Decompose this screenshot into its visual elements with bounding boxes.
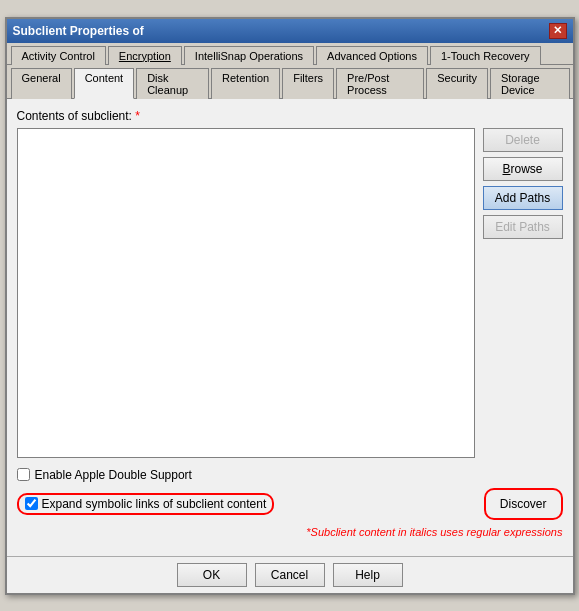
tab-filters[interactable]: Filters — [282, 68, 334, 99]
apple-double-checkbox[interactable] — [17, 468, 30, 481]
tab-retention[interactable]: Retention — [211, 68, 280, 99]
tab-intellisnap[interactable]: IntelliSnap Operations — [184, 46, 314, 65]
symbolic-links-checkbox[interactable] — [25, 497, 38, 510]
add-paths-button[interactable]: Add Paths — [483, 186, 563, 210]
button-panel: Delete Browse Add Paths Edit Paths — [483, 128, 563, 458]
edit-paths-button[interactable]: Edit Paths — [483, 215, 563, 239]
close-button[interactable]: ✕ — [549, 23, 567, 39]
tab-storage-device[interactable]: Storage Device — [490, 68, 571, 99]
content-area: Contents of subclient: * Delete Browse A… — [7, 99, 573, 556]
content-listbox[interactable] — [17, 128, 475, 458]
tab-1touch[interactable]: 1-Touch Recovery — [430, 46, 541, 65]
tab-activity-control[interactable]: Activity Control — [11, 46, 106, 65]
main-window: Subclient Properties of ✕ Activity Contr… — [5, 17, 575, 595]
tabs-row2: General Content Disk Cleanup Retention F… — [7, 65, 573, 99]
tab-prepost[interactable]: Pre/Post Process — [336, 68, 424, 99]
main-content-layout: Delete Browse Add Paths Edit Paths — [17, 128, 563, 458]
delete-button[interactable]: Delete — [483, 128, 563, 152]
tab-general[interactable]: General — [11, 68, 72, 99]
symbolic-links-label: Expand symbolic links of subclient conte… — [42, 497, 267, 511]
window-title: Subclient Properties of — [13, 24, 144, 38]
discover-button[interactable]: Discover — [492, 492, 555, 516]
titlebar: Subclient Properties of ✕ — [7, 19, 573, 43]
tab-security[interactable]: Security — [426, 68, 488, 99]
tabs-row1: Activity Control Encryption IntelliSnap … — [7, 43, 573, 65]
bottom-section: Enable Apple Double Support Expand symbo… — [17, 468, 563, 538]
discover-button-group: Discover — [484, 488, 563, 520]
help-button[interactable]: Help — [333, 563, 403, 587]
tab-encryption[interactable]: Encryption — [108, 46, 182, 65]
footer: OK Cancel Help — [7, 556, 573, 593]
symbolic-links-group: Expand symbolic links of subclient conte… — [17, 493, 275, 515]
symbolic-links-row: Expand symbolic links of subclient conte… — [17, 488, 563, 520]
browse-button[interactable]: Browse — [483, 157, 563, 181]
ok-button[interactable]: OK — [177, 563, 247, 587]
apple-double-label: Enable Apple Double Support — [35, 468, 192, 482]
tab-advanced-options[interactable]: Advanced Options — [316, 46, 428, 65]
italic-note: *Subclient content in italics uses regul… — [17, 526, 563, 538]
cancel-button[interactable]: Cancel — [255, 563, 325, 587]
apple-double-row: Enable Apple Double Support — [17, 468, 563, 482]
section-label: Contents of subclient: * — [17, 109, 563, 123]
tab-content[interactable]: Content — [74, 68, 135, 99]
tab-disk-cleanup[interactable]: Disk Cleanup — [136, 68, 209, 99]
